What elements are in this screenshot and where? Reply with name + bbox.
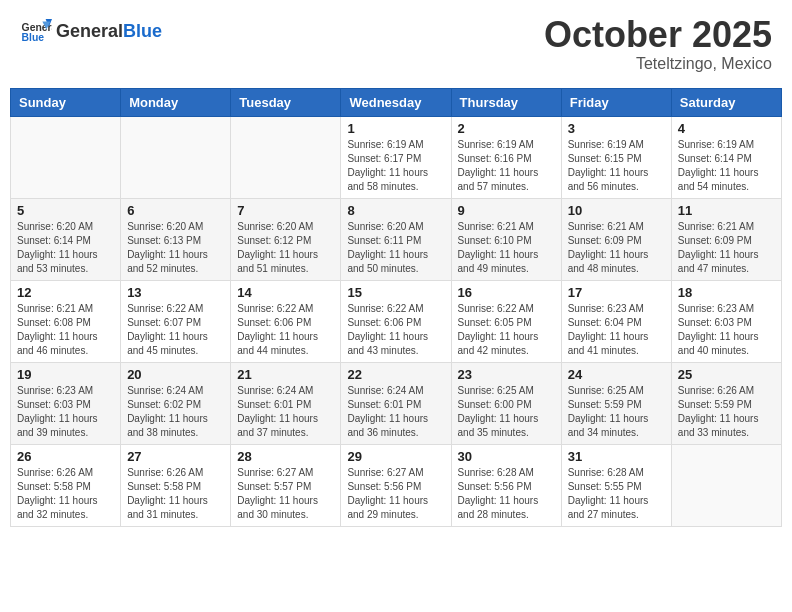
calendar-cell: 11Sunrise: 6:21 AM Sunset: 6:09 PM Dayli… — [671, 198, 781, 280]
day-info: Sunrise: 6:21 AM Sunset: 6:10 PM Dayligh… — [458, 220, 555, 276]
weekday-header-wednesday: Wednesday — [341, 88, 451, 116]
day-info: Sunrise: 6:23 AM Sunset: 6:04 PM Dayligh… — [568, 302, 665, 358]
calendar-cell: 15Sunrise: 6:22 AM Sunset: 6:06 PM Dayli… — [341, 280, 451, 362]
calendar-cell: 8Sunrise: 6:20 AM Sunset: 6:11 PM Daylig… — [341, 198, 451, 280]
calendar-cell: 6Sunrise: 6:20 AM Sunset: 6:13 PM Daylig… — [121, 198, 231, 280]
day-info: Sunrise: 6:25 AM Sunset: 6:00 PM Dayligh… — [458, 384, 555, 440]
calendar-cell: 19Sunrise: 6:23 AM Sunset: 6:03 PM Dayli… — [11, 362, 121, 444]
calendar-table: SundayMondayTuesdayWednesdayThursdayFrid… — [10, 88, 782, 527]
weekday-header-thursday: Thursday — [451, 88, 561, 116]
calendar-cell: 9Sunrise: 6:21 AM Sunset: 6:10 PM Daylig… — [451, 198, 561, 280]
calendar-cell: 2Sunrise: 6:19 AM Sunset: 6:16 PM Daylig… — [451, 116, 561, 198]
day-number: 1 — [347, 121, 444, 136]
day-number: 9 — [458, 203, 555, 218]
calendar-cell: 13Sunrise: 6:22 AM Sunset: 6:07 PM Dayli… — [121, 280, 231, 362]
day-info: Sunrise: 6:20 AM Sunset: 6:14 PM Dayligh… — [17, 220, 114, 276]
calendar-cell: 26Sunrise: 6:26 AM Sunset: 5:58 PM Dayli… — [11, 444, 121, 526]
day-number: 8 — [347, 203, 444, 218]
day-number: 12 — [17, 285, 114, 300]
calendar-cell: 10Sunrise: 6:21 AM Sunset: 6:09 PM Dayli… — [561, 198, 671, 280]
day-number: 2 — [458, 121, 555, 136]
svg-text:Blue: Blue — [22, 32, 45, 43]
calendar-week-row: 1Sunrise: 6:19 AM Sunset: 6:17 PM Daylig… — [11, 116, 782, 198]
day-info: Sunrise: 6:26 AM Sunset: 5:58 PM Dayligh… — [17, 466, 114, 522]
day-info: Sunrise: 6:22 AM Sunset: 6:05 PM Dayligh… — [458, 302, 555, 358]
day-number: 10 — [568, 203, 665, 218]
calendar-cell: 5Sunrise: 6:20 AM Sunset: 6:14 PM Daylig… — [11, 198, 121, 280]
month-title: October 2025 — [544, 15, 772, 55]
day-info: Sunrise: 6:26 AM Sunset: 5:58 PM Dayligh… — [127, 466, 224, 522]
calendar-cell: 3Sunrise: 6:19 AM Sunset: 6:15 PM Daylig… — [561, 116, 671, 198]
calendar-week-row: 12Sunrise: 6:21 AM Sunset: 6:08 PM Dayli… — [11, 280, 782, 362]
day-number: 26 — [17, 449, 114, 464]
day-info: Sunrise: 6:20 AM Sunset: 6:13 PM Dayligh… — [127, 220, 224, 276]
weekday-header-friday: Friday — [561, 88, 671, 116]
calendar-cell: 28Sunrise: 6:27 AM Sunset: 5:57 PM Dayli… — [231, 444, 341, 526]
day-number: 11 — [678, 203, 775, 218]
day-number: 4 — [678, 121, 775, 136]
day-number: 28 — [237, 449, 334, 464]
weekday-header-tuesday: Tuesday — [231, 88, 341, 116]
page-header: General Blue GeneralBlue October 2025 Te… — [10, 10, 782, 78]
day-info: Sunrise: 6:23 AM Sunset: 6:03 PM Dayligh… — [678, 302, 775, 358]
logo-icon: General Blue — [20, 15, 52, 47]
calendar-cell: 21Sunrise: 6:24 AM Sunset: 6:01 PM Dayli… — [231, 362, 341, 444]
day-number: 5 — [17, 203, 114, 218]
calendar-cell — [121, 116, 231, 198]
calendar-week-row: 26Sunrise: 6:26 AM Sunset: 5:58 PM Dayli… — [11, 444, 782, 526]
calendar-cell: 12Sunrise: 6:21 AM Sunset: 6:08 PM Dayli… — [11, 280, 121, 362]
day-info: Sunrise: 6:22 AM Sunset: 6:06 PM Dayligh… — [237, 302, 334, 358]
day-info: Sunrise: 6:28 AM Sunset: 5:55 PM Dayligh… — [568, 466, 665, 522]
day-number: 31 — [568, 449, 665, 464]
calendar-cell: 27Sunrise: 6:26 AM Sunset: 5:58 PM Dayli… — [121, 444, 231, 526]
calendar-cell: 17Sunrise: 6:23 AM Sunset: 6:04 PM Dayli… — [561, 280, 671, 362]
day-info: Sunrise: 6:19 AM Sunset: 6:16 PM Dayligh… — [458, 138, 555, 194]
day-info: Sunrise: 6:21 AM Sunset: 6:09 PM Dayligh… — [568, 220, 665, 276]
day-info: Sunrise: 6:20 AM Sunset: 6:12 PM Dayligh… — [237, 220, 334, 276]
day-number: 19 — [17, 367, 114, 382]
day-number: 24 — [568, 367, 665, 382]
day-info: Sunrise: 6:19 AM Sunset: 6:14 PM Dayligh… — [678, 138, 775, 194]
title-area: October 2025 Teteltzingo, Mexico — [544, 15, 772, 73]
day-info: Sunrise: 6:27 AM Sunset: 5:56 PM Dayligh… — [347, 466, 444, 522]
calendar-cell: 7Sunrise: 6:20 AM Sunset: 6:12 PM Daylig… — [231, 198, 341, 280]
day-number: 22 — [347, 367, 444, 382]
day-info: Sunrise: 6:21 AM Sunset: 6:08 PM Dayligh… — [17, 302, 114, 358]
day-number: 7 — [237, 203, 334, 218]
day-number: 15 — [347, 285, 444, 300]
calendar-cell: 1Sunrise: 6:19 AM Sunset: 6:17 PM Daylig… — [341, 116, 451, 198]
calendar-cell: 25Sunrise: 6:26 AM Sunset: 5:59 PM Dayli… — [671, 362, 781, 444]
calendar-cell: 29Sunrise: 6:27 AM Sunset: 5:56 PM Dayli… — [341, 444, 451, 526]
day-info: Sunrise: 6:19 AM Sunset: 6:17 PM Dayligh… — [347, 138, 444, 194]
day-number: 23 — [458, 367, 555, 382]
day-number: 14 — [237, 285, 334, 300]
day-info: Sunrise: 6:19 AM Sunset: 6:15 PM Dayligh… — [568, 138, 665, 194]
calendar-cell — [671, 444, 781, 526]
calendar-week-row: 5Sunrise: 6:20 AM Sunset: 6:14 PM Daylig… — [11, 198, 782, 280]
calendar-cell — [11, 116, 121, 198]
day-info: Sunrise: 6:22 AM Sunset: 6:07 PM Dayligh… — [127, 302, 224, 358]
weekday-header-monday: Monday — [121, 88, 231, 116]
calendar-week-row: 19Sunrise: 6:23 AM Sunset: 6:03 PM Dayli… — [11, 362, 782, 444]
calendar-cell — [231, 116, 341, 198]
day-number: 21 — [237, 367, 334, 382]
day-number: 30 — [458, 449, 555, 464]
logo: General Blue GeneralBlue — [20, 15, 162, 47]
day-number: 13 — [127, 285, 224, 300]
calendar-cell: 30Sunrise: 6:28 AM Sunset: 5:56 PM Dayli… — [451, 444, 561, 526]
location: Teteltzingo, Mexico — [544, 55, 772, 73]
calendar-cell: 18Sunrise: 6:23 AM Sunset: 6:03 PM Dayli… — [671, 280, 781, 362]
day-number: 18 — [678, 285, 775, 300]
logo-general-text: General — [56, 21, 123, 41]
day-number: 27 — [127, 449, 224, 464]
day-info: Sunrise: 6:27 AM Sunset: 5:57 PM Dayligh… — [237, 466, 334, 522]
day-info: Sunrise: 6:24 AM Sunset: 6:02 PM Dayligh… — [127, 384, 224, 440]
day-info: Sunrise: 6:24 AM Sunset: 6:01 PM Dayligh… — [347, 384, 444, 440]
calendar-cell: 24Sunrise: 6:25 AM Sunset: 5:59 PM Dayli… — [561, 362, 671, 444]
weekday-header-sunday: Sunday — [11, 88, 121, 116]
calendar-cell: 14Sunrise: 6:22 AM Sunset: 6:06 PM Dayli… — [231, 280, 341, 362]
day-number: 6 — [127, 203, 224, 218]
calendar-cell: 4Sunrise: 6:19 AM Sunset: 6:14 PM Daylig… — [671, 116, 781, 198]
calendar-cell: 22Sunrise: 6:24 AM Sunset: 6:01 PM Dayli… — [341, 362, 451, 444]
weekday-header-row: SundayMondayTuesdayWednesdayThursdayFrid… — [11, 88, 782, 116]
